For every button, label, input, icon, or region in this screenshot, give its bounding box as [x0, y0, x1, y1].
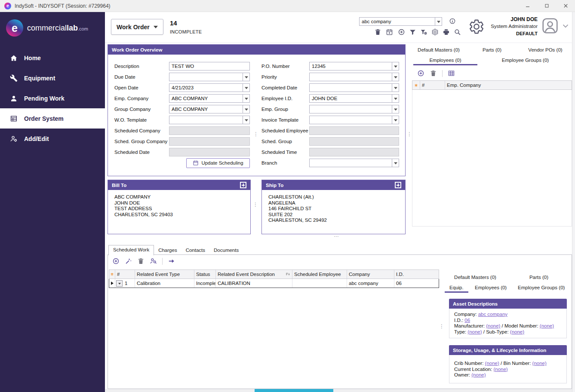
avatar-icon[interactable] — [541, 17, 559, 35]
column-header[interactable]: # — [420, 81, 445, 89]
close-button[interactable] — [556, 0, 575, 12]
update-scheduling-button[interactable]: Update Scheduling — [186, 158, 250, 168]
po-number-combo[interactable]: 12345 — [309, 62, 399, 70]
add-circle-icon[interactable] — [398, 28, 405, 36]
sidebar-item-equipment[interactable]: Equipment — [0, 68, 105, 88]
trash-icon[interactable] — [430, 70, 437, 77]
completed-date-combo[interactable] — [309, 83, 399, 92]
open-date-combo[interactable]: 4/21/2023 — [169, 83, 250, 92]
vertical-scrollbar[interactable] — [572, 12, 575, 392]
manufacturer-link[interactable]: (none) — [486, 323, 500, 328]
sidebar-item-home[interactable]: Home — [0, 48, 105, 68]
panel-header: Work Order Overview — [108, 45, 405, 55]
minimize-button[interactable] — [518, 0, 537, 12]
marker-header-cell[interactable] — [109, 270, 115, 279]
search-icon[interactable] — [454, 28, 461, 36]
grid-icon[interactable] — [448, 70, 455, 77]
company-label: Company: — [454, 312, 477, 317]
type-link[interactable]: (none) — [467, 329, 482, 334]
column-header[interactable]: Scheduled Employee — [292, 270, 347, 279]
column-header[interactable]: Related Event Description — [216, 270, 292, 279]
wo-template-combo[interactable] — [169, 116, 250, 124]
tab-employee-groups[interactable]: Employee Groups (0) — [512, 282, 571, 293]
column-splitter-handle[interactable]: ⋮ — [253, 132, 258, 137]
field-label: P.O. Number — [261, 64, 309, 69]
tab-default-masters[interactable]: Default Masters (0) — [443, 272, 507, 282]
group-company-combo[interactable]: ABC COMPANY — [169, 105, 250, 113]
tab-scheduled-work[interactable]: Scheduled Work — [108, 245, 154, 255]
tab-default-masters[interactable]: Default Masters (0) — [412, 45, 465, 55]
magic-wand-icon[interactable] — [125, 257, 132, 265]
due-date-combo[interactable] — [169, 73, 250, 81]
billship-splitter-handle[interactable]: ⋮ — [253, 202, 258, 207]
description-input[interactable]: TEST WO — [169, 62, 250, 70]
info-icon[interactable] — [449, 18, 456, 24]
panel-splitter-handle[interactable]: ⋮ — [407, 132, 412, 137]
filter-icon[interactable] — [409, 28, 416, 36]
trash-icon[interactable] — [374, 28, 381, 36]
priority-combo[interactable] — [309, 73, 399, 81]
panel-header: Ship To — [262, 180, 405, 190]
tab-parts[interactable]: Parts (0) — [465, 45, 519, 55]
tab-charges[interactable]: Charges — [154, 246, 181, 255]
column-header[interactable]: Status — [194, 270, 216, 279]
subtype-link[interactable]: (none) — [510, 329, 524, 334]
table-row[interactable]: 1 Calibration Incomple CALIBRATION abc c… — [109, 279, 439, 288]
column-header[interactable]: I.D. — [394, 270, 439, 279]
tab-documents[interactable]: Documents — [209, 246, 243, 255]
tab-employee-groups[interactable]: Employee Groups (0) — [479, 55, 572, 65]
sidebar-item-pending-work[interactable]: Pending Work — [0, 88, 105, 108]
column-header[interactable]: Emp. Company — [445, 81, 572, 89]
company-combo[interactable]: abc company — [359, 17, 442, 26]
sidebar-item-order-system[interactable]: Order System — [0, 108, 105, 129]
location-link[interactable]: (none) — [493, 367, 507, 372]
add-bill-to-button[interactable] — [240, 182, 246, 188]
maximize-icon — [544, 3, 550, 9]
work-order-dropdown-button[interactable]: Work Order — [111, 19, 163, 35]
row-selector-cell[interactable] — [109, 279, 115, 288]
owner-link[interactable]: (none) — [471, 372, 486, 377]
column-header[interactable]: Company — [347, 270, 394, 279]
branch-combo[interactable] — [309, 159, 399, 167]
emp-group-combo[interactable] — [309, 105, 399, 113]
tab-contacts[interactable]: Contacts — [181, 246, 209, 255]
horizontal-scrollbar-thumb[interactable] — [255, 389, 333, 392]
add-circle-icon[interactable] — [112, 257, 120, 265]
crib-link[interactable]: (none) — [485, 361, 499, 366]
tab-parts[interactable]: Parts (0) — [507, 272, 571, 282]
tab-vendor-pos[interactable]: Vendor POs (0) — [519, 45, 572, 55]
emp-company-combo[interactable]: ABC COMPANY — [169, 94, 250, 103]
calendar-add-icon[interactable] — [386, 28, 393, 36]
bin-link[interactable]: (none) — [532, 361, 547, 366]
user-info: JOHN DOE System Administrator DEFAULT — [473, 17, 538, 36]
sidebar-item-label: Add/Edit — [24, 135, 49, 142]
trash-icon[interactable] — [137, 257, 145, 265]
add-ship-to-button[interactable] — [395, 182, 401, 188]
marker-header-cell[interactable] — [412, 81, 420, 89]
id-link[interactable]: 06 — [464, 318, 470, 323]
field-label: Emp. Group — [261, 107, 309, 112]
maximize-button[interactable] — [537, 0, 556, 12]
tab-employees[interactable]: Employees (0) — [470, 282, 512, 293]
arrow-right-icon[interactable] — [168, 257, 175, 265]
model-link[interactable]: (none) — [540, 323, 554, 328]
row-dropdown-button[interactable] — [116, 280, 123, 287]
add-circle-icon[interactable] — [417, 70, 424, 77]
company-link[interactable]: abc company — [478, 312, 507, 317]
invoice-template-combo[interactable] — [309, 116, 399, 124]
filter-settings-icon[interactable] — [420, 28, 427, 36]
person-search-icon[interactable] — [150, 257, 157, 265]
column-header[interactable]: Related Event Type — [135, 270, 194, 279]
gear-options-icon[interactable] — [431, 28, 439, 36]
tab-equip[interactable]: Equip. — [443, 282, 470, 293]
tab-employees[interactable]: Employees (0) — [412, 55, 479, 65]
user-menu-chevron-icon[interactable] — [561, 21, 570, 31]
column-header[interactable]: # — [115, 270, 135, 279]
sidebar-item-add-edit[interactable]: Add/Edit — [0, 129, 105, 149]
employees-toolbar — [412, 65, 572, 80]
print-icon[interactable] — [443, 28, 450, 36]
sidebar: e commerciallab.com Home Equipment Pendi… — [0, 12, 105, 392]
address-line: 146 FAIRCHILD ST — [268, 206, 399, 212]
employee-id-combo[interactable]: JOHN DOE — [309, 94, 399, 103]
horizontal-scrollbar[interactable] — [105, 389, 572, 392]
